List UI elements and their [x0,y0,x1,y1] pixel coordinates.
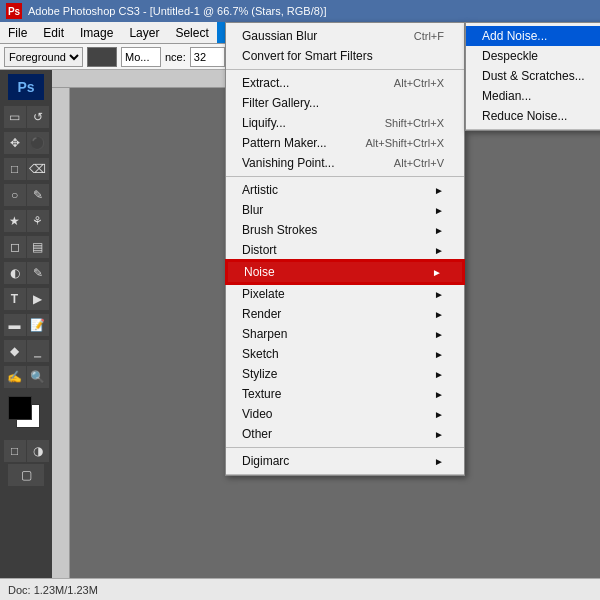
menu-edit[interactable]: Edit [35,22,72,43]
menu-layer[interactable]: Layer [121,22,167,43]
size-input[interactable] [190,47,225,67]
tool-group-eraser: ◻ ▤ [4,236,49,258]
tool-preset-dropdown[interactable]: Foreground [4,47,83,67]
tool-dodge[interactable]: ◐ [4,262,26,284]
filter-other[interactable]: Other ► [226,424,464,444]
filter-artistic[interactable]: Artistic ► [226,180,464,200]
filter-pattern-maker[interactable]: Pattern Maker... Alt+Shift+Ctrl+X [226,133,464,153]
tool-lasso[interactable]: ↺ [27,106,49,128]
title-bar: Ps Adobe Photoshop CS3 - [Untitled-1 @ 6… [0,0,600,22]
menu-select[interactable]: Select [167,22,216,43]
tool-hand[interactable]: ✍ [4,366,26,388]
stylize-arrow: ► [434,369,444,380]
tool-notes[interactable]: 📝 [27,314,49,336]
color-swatches[interactable] [8,396,44,432]
filter-convert-smart[interactable]: Convert for Smart Filters [226,46,464,66]
tool-crop[interactable]: □ [4,158,26,180]
ps-logo: Ps [8,74,44,100]
distort-arrow: ► [434,245,444,256]
video-arrow: ► [434,409,444,420]
filter-digimarc[interactable]: Digimarc ► [226,451,464,471]
tool-slice[interactable]: ⌫ [27,158,49,180]
brush-strokes-arrow: ► [434,225,444,236]
tool-gradient[interactable]: ▤ [27,236,49,258]
tool-group-move: ✥ ⚫ [4,132,49,154]
tool-zoom[interactable]: 🔍 [27,366,49,388]
filter-texture[interactable]: Texture ► [226,384,464,404]
noise-arrow: ► [432,267,442,278]
filter-stylize[interactable]: Stylize ► [226,364,464,384]
toolbar: Ps ▭ ↺ ✥ ⚫ □ ⌫ ○ ✎ ★ ⚘ ◻ ▤ ◐ ✎ [0,70,52,578]
tool-history[interactable]: ⚘ [27,210,49,232]
foreground-color-swatch[interactable] [8,396,32,420]
filter-sketch[interactable]: Sketch ► [226,344,464,364]
filter-sharpen[interactable]: Sharpen ► [226,324,464,344]
app-icon: Ps [6,3,22,19]
noise-dust-scratches[interactable]: Dust & Scratches... [466,66,600,86]
filter-brush-strokes[interactable]: Brush Strokes ► [226,220,464,240]
digimarc-arrow: ► [434,456,444,467]
tool-marquee[interactable]: ▭ [4,106,26,128]
filter-pixelate[interactable]: Pixelate ► [226,284,464,304]
noise-add-noise[interactable]: Add Noise... [466,26,600,46]
tool-brush[interactable]: ✎ [27,184,49,206]
noise-median[interactable]: Median... [466,86,600,106]
status-text: Doc: 1.23M/1.23M [8,584,98,596]
tool-shape[interactable]: ▬ [4,314,26,336]
title-text: Adobe Photoshop CS3 - [Untitled-1 @ 66.7… [28,5,327,17]
screen-mode-group: ▢ [8,464,44,486]
sketch-arrow: ► [434,349,444,360]
quick-mask-button[interactable]: ◑ [27,440,49,462]
noise-despeckle[interactable]: Despeckle [466,46,600,66]
filter-menu-section-3: Artistic ► Blur ► Brush Strokes ► Distor… [226,177,464,448]
texture-arrow: ► [434,389,444,400]
tool-quickselect[interactable]: ⚫ [27,132,49,154]
noise-reduce-noise[interactable]: Reduce Noise... [466,106,600,126]
noise-submenu[interactable]: Add Noise... Despeckle Dust & Scratches.… [465,22,600,131]
tool-move[interactable]: ✥ [4,132,26,154]
filter-menu-section-1: Gaussian Blur Ctrl+F Convert for Smart F… [226,23,464,70]
tool-pen[interactable]: ✎ [27,262,49,284]
filter-vanishing-point[interactable]: Vanishing Point... Alt+Ctrl+V [226,153,464,173]
pixelate-arrow: ► [434,289,444,300]
tool-type[interactable]: T [4,288,26,310]
tool-path-select[interactable]: ▶ [27,288,49,310]
tool-group-dodge: ◐ ✎ [4,262,49,284]
tool-group-eye: ◆ ⎯ [4,340,49,362]
other-arrow: ► [434,429,444,440]
screen-mode-button[interactable]: ▢ [8,464,44,486]
filter-gallery[interactable]: Filter Gallery... [226,93,464,113]
tool-eyedropper[interactable]: ◆ [4,340,26,362]
tool-group-hand: ✍ 🔍 [4,366,49,388]
filter-menu-section-2: Extract... Alt+Ctrl+X Filter Gallery... … [226,70,464,177]
tool-stamp[interactable]: ★ [4,210,26,232]
filter-menu[interactable]: Gaussian Blur Ctrl+F Convert for Smart F… [225,22,465,476]
tool-group-heal: ○ ✎ [4,184,49,206]
filter-video[interactable]: Video ► [226,404,464,424]
foreground-swatch [87,47,117,67]
standard-mode-button[interactable]: □ [4,440,26,462]
filter-render[interactable]: Render ► [226,304,464,324]
tool-group-crop: □ ⌫ [4,158,49,180]
options-label-nce: nce: [165,51,186,63]
sharpen-arrow: ► [434,329,444,340]
tool-eraser[interactable]: ◻ [4,236,26,258]
tool-group-type: T ▶ [4,288,49,310]
tool-spot-heal[interactable]: ○ [4,184,26,206]
ruler-left [52,88,70,578]
filter-distort[interactable]: Distort ► [226,240,464,260]
tool-group-shape: ▬ 📝 [4,314,49,336]
render-arrow: ► [434,309,444,320]
menu-file[interactable]: File [0,22,35,43]
menu-image[interactable]: Image [72,22,121,43]
filter-extract[interactable]: Extract... Alt+Ctrl+X [226,73,464,93]
mode-input[interactable] [121,47,161,67]
status-bar: Doc: 1.23M/1.23M [0,578,600,600]
filter-liquify[interactable]: Liquify... Shift+Ctrl+X [226,113,464,133]
tool-group-stamp: ★ ⚘ [4,210,49,232]
filter-blur[interactable]: Blur ► [226,200,464,220]
noise-submenu-section: Add Noise... Despeckle Dust & Scratches.… [466,23,600,130]
tool-measure[interactable]: ⎯ [27,340,49,362]
filter-noise[interactable]: Noise ► [226,260,464,284]
filter-gaussian-blur[interactable]: Gaussian Blur Ctrl+F [226,26,464,46]
